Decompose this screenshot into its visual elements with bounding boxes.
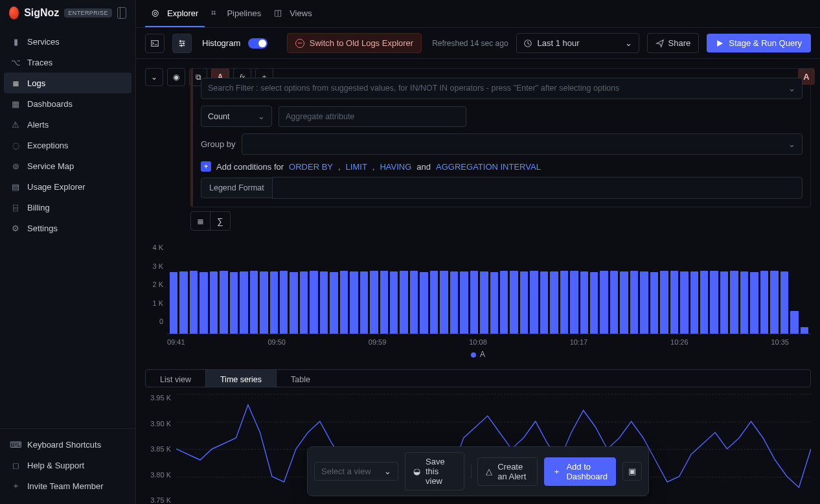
plus-icon: ＋ (552, 466, 561, 477)
expand-query-chip[interactable]: ⌄ (145, 68, 163, 86)
sidebar-item-help-support[interactable]: ◻Help & Support (4, 455, 131, 475)
main: ◎Explorer ⌗Pipelines ◫Views Histogram Sw… (136, 0, 820, 504)
legend-format-label: Legend Format (201, 178, 272, 198)
code-button[interactable] (172, 34, 192, 53)
bars-icon: ▮ (10, 36, 21, 47)
sidebar-item-logs[interactable]: ≣Logs (4, 73, 131, 93)
tab-explorer[interactable]: ◎Explorer (145, 0, 205, 27)
tab-views[interactable]: ◫Views (268, 0, 318, 27)
create-alert-button[interactable]: △Create an Alert (477, 457, 538, 486)
visibility-chip[interactable]: ◉ (167, 68, 185, 86)
views-icon: ◫ (274, 8, 284, 18)
tab-label: Views (290, 8, 312, 18)
sidebar-item-label: Help & Support (27, 461, 84, 470)
time-range-value: Last 1 hour (538, 38, 580, 48)
compass-icon: ◎ (152, 8, 162, 18)
grid-icon: ▦ (10, 98, 21, 109)
select-view-dropdown[interactable]: Select a view⌄ (314, 462, 398, 481)
legend-format-input[interactable] (272, 177, 803, 199)
brand-tier-badge: ENTERPRISE (64, 8, 112, 17)
sigma-button[interactable]: ∑ (211, 212, 230, 230)
histogram-toggle[interactable] (248, 38, 268, 49)
raw-view-button[interactable]: ≣ (191, 212, 211, 230)
sidebar-item-label: Billing (27, 203, 50, 212)
histogram-legend[interactable]: A (145, 346, 811, 365)
switch-old-explorer-button[interactable]: Switch to Old Logs Explorer (287, 33, 422, 53)
save-view-label: Save this view (426, 457, 456, 486)
limit-link[interactable]: LIMIT (346, 162, 367, 172)
aggregate-function-select[interactable]: Count⌄ (201, 106, 272, 127)
timeseries-yaxis: 3.95 K3.90 K3.85 K3.80 K3.75 K (145, 394, 176, 504)
histogram-label: Histogram (202, 38, 240, 48)
save-view-button[interactable]: ◒Save this view (405, 452, 464, 490)
download-icon: ▣ (628, 466, 636, 476)
sidebar-item-settings[interactable]: ⚙Settings (4, 218, 131, 238)
add-cond-prefix: Add conditions for (216, 162, 284, 172)
tab-label: Explorer (167, 8, 198, 18)
sidebar-item-label: Exceptions (27, 141, 69, 150)
sidebar-item-label: Traces (27, 58, 52, 67)
stage-run-query-button[interactable]: Stage & Run Query (707, 34, 811, 52)
add-condition-button[interactable]: + (201, 161, 211, 172)
sidebar-item-keyboard-shortcuts[interactable]: ⌨Keyboard Shortcuts (4, 434, 131, 455)
divider (471, 464, 472, 479)
time-range-select[interactable]: Last 1 hour ⌄ (516, 33, 639, 53)
view-tabs: List view Time series Table (145, 369, 811, 387)
map-icon: ⊚ (10, 161, 21, 171)
view-tab-label: List view (160, 375, 191, 384)
order-by-link[interactable]: ORDER BY (289, 162, 333, 172)
sidebar-item-label: Services (27, 37, 60, 47)
sidebar-item-traces[interactable]: ⌥Traces (4, 52, 131, 73)
search-placeholder: Search Filter : select options from sugg… (208, 84, 619, 93)
chevron-down-icon: ⌄ (258, 111, 265, 121)
view-tab-list[interactable]: List view (146, 370, 205, 387)
sidebar-item-invite[interactable]: ＋Invite Team Member (4, 475, 131, 496)
create-alert-label: Create an Alert (497, 462, 529, 481)
aggregate-attribute-input[interactable]: Aggregate attribute (279, 106, 466, 127)
terminal-button[interactable] (145, 34, 165, 53)
sidebar-item-service-map[interactable]: ⊚Service Map (4, 155, 131, 176)
add-to-dashboard-button[interactable]: ＋Add to Dashboard (544, 457, 616, 486)
sidebar-item-exceptions[interactable]: ◌Exceptions (4, 135, 131, 155)
having-link[interactable]: HAVING (380, 162, 411, 172)
send-icon (655, 39, 665, 48)
run-label: Stage & Run Query (729, 38, 802, 48)
logs-icon: ≣ (10, 78, 21, 88)
agg-func-value: Count (208, 112, 229, 121)
sidebar-item-label: Dashboards (27, 99, 73, 109)
sidebar-item-alerts[interactable]: ⚠Alerts (4, 114, 131, 135)
tab-pipelines[interactable]: ⌗Pipelines (205, 0, 268, 27)
query-bottom-controls: ≣ ∑ (190, 207, 811, 240)
share-button[interactable]: Share (647, 33, 700, 53)
sidebar-collapse-icon[interactable] (117, 7, 126, 19)
sidebar-item-label: Alerts (27, 120, 49, 130)
export-button[interactable]: ▣ (622, 462, 642, 481)
histogram-plot-area[interactable] (167, 244, 811, 334)
chevron-down-icon: ⌄ (788, 139, 795, 149)
select-view-placeholder: Select a view (321, 466, 371, 476)
chevron-down-icon: ⌄ (384, 466, 391, 476)
play-icon (716, 40, 723, 47)
refreshed-text: Refreshed 14 sec ago (432, 39, 508, 48)
sidebar-item-usage-explorer[interactable]: ▤Usage Explorer (4, 176, 131, 197)
view-tab-label: Time series (220, 375, 262, 384)
sidebar-item-billing[interactable]: ⌸Billing (4, 197, 131, 218)
add-conditions-row: + Add conditions for ORDER BY, LIMIT, HA… (201, 161, 803, 172)
sidebar-item-label: Usage Explorer (27, 182, 85, 192)
chevron-down-icon: ⌄ (625, 38, 632, 48)
brand-area: SigNoz ENTERPRISE (0, 0, 135, 26)
brand-logo (9, 6, 19, 19)
clock-icon (523, 39, 532, 48)
search-filter-input[interactable]: Search Filter : select options from sugg… (201, 78, 803, 99)
query-body: Search Filter : select options from sugg… (190, 68, 811, 207)
view-tab-time-series[interactable]: Time series (205, 370, 276, 387)
group-by-input[interactable]: ⌄ (242, 133, 803, 155)
sidebar-nav: ▮Services ⌥Traces ≣Logs ▦Dashboards ⚠Ale… (0, 26, 135, 428)
toolbar: Histogram Switch to Old Logs Explorer Re… (136, 28, 820, 59)
sidebar-item-dashboards[interactable]: ▦Dashboards (4, 93, 131, 114)
aggregation-interval-link[interactable]: AGGREGATION INTERVAL (436, 162, 541, 172)
sidebar-item-label: Settings (27, 223, 58, 233)
sidebar-item-services[interactable]: ▮Services (4, 31, 131, 52)
histogram-xaxis: 09:4109:5009:5910:0810:1710:2610:35 (145, 334, 811, 346)
view-tab-table[interactable]: Table (276, 370, 325, 387)
